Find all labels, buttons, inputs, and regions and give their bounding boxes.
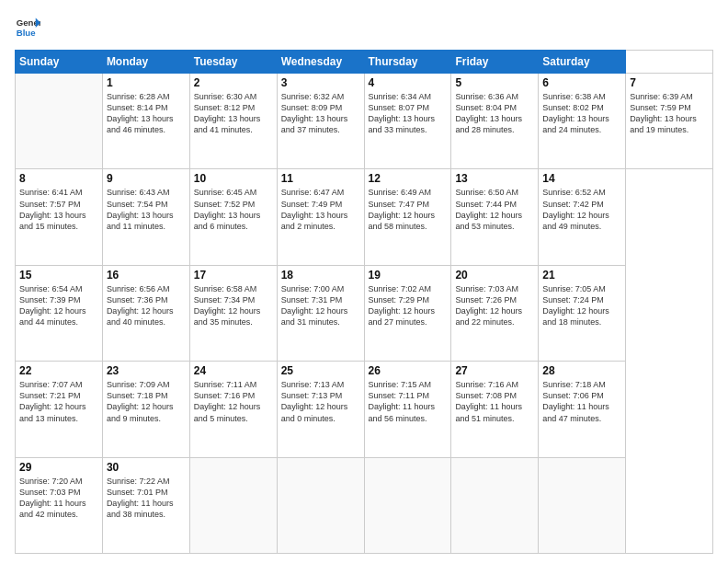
col-header-saturday: Saturday	[539, 51, 626, 74]
day-number: 28	[542, 364, 621, 377]
cell-info: Sunrise: 6:52 AMSunset: 7:42 PMDaylight:…	[542, 187, 621, 232]
empty-cell	[16, 74, 103, 169]
week-row-1: 8Sunrise: 6:41 AMSunset: 7:57 PMDaylight…	[16, 169, 713, 265]
week-row-2: 15Sunrise: 6:54 AMSunset: 7:39 PMDayligh…	[16, 265, 713, 361]
logo: General Blue	[15, 15, 40, 40]
cell-info: Sunrise: 6:45 AMSunset: 7:52 PMDaylight:…	[194, 187, 273, 232]
cell-info: Sunrise: 7:07 AMSunset: 7:21 PMDaylight:…	[19, 379, 98, 424]
week-row-3: 22Sunrise: 7:07 AMSunset: 7:21 PMDayligh…	[16, 362, 713, 457]
cell-info: Sunrise: 7:05 AMSunset: 7:24 PMDaylight:…	[542, 283, 621, 328]
day-number: 2	[194, 76, 273, 89]
cell-info: Sunrise: 7:13 AMSunset: 7:13 PMDaylight:…	[281, 379, 360, 424]
table-row: 19Sunrise: 7:02 AMSunset: 7:29 PMDayligh…	[364, 265, 451, 361]
day-number: 27	[455, 364, 534, 377]
table-row: 25Sunrise: 7:13 AMSunset: 7:13 PMDayligh…	[277, 362, 364, 457]
cell-info: Sunrise: 6:49 AMSunset: 7:47 PMDaylight:…	[369, 187, 448, 232]
cell-info: Sunrise: 6:32 AMSunset: 8:09 PMDaylight:…	[281, 91, 360, 136]
week-row-0: 1Sunrise: 6:28 AMSunset: 8:14 PMDaylight…	[16, 74, 713, 169]
day-number: 19	[369, 269, 448, 282]
cell-info: Sunrise: 6:30 AMSunset: 8:12 PMDaylight:…	[194, 91, 273, 136]
table-row: 21Sunrise: 7:05 AMSunset: 7:24 PMDayligh…	[539, 265, 626, 361]
col-header-thursday: Thursday	[364, 51, 451, 74]
table-row: 30Sunrise: 7:22 AMSunset: 7:01 PMDayligh…	[102, 457, 189, 553]
table-row	[277, 457, 364, 553]
table-row: 16Sunrise: 6:56 AMSunset: 7:36 PMDayligh…	[102, 265, 189, 361]
cell-info: Sunrise: 6:54 AMSunset: 7:39 PMDaylight:…	[19, 283, 98, 328]
day-number: 26	[369, 364, 448, 377]
day-number: 22	[19, 364, 98, 377]
col-header-friday: Friday	[451, 51, 539, 74]
day-number: 3	[281, 76, 360, 89]
day-number: 1	[107, 76, 186, 89]
table-row: 28Sunrise: 7:18 AMSunset: 7:06 PMDayligh…	[539, 362, 626, 457]
table-row: 26Sunrise: 7:15 AMSunset: 7:11 PMDayligh…	[364, 362, 451, 457]
cell-info: Sunrise: 7:09 AMSunset: 7:18 PMDaylight:…	[107, 379, 186, 424]
table-row: 12Sunrise: 6:49 AMSunset: 7:47 PMDayligh…	[364, 169, 451, 265]
table-row: 29Sunrise: 7:20 AMSunset: 7:03 PMDayligh…	[16, 457, 103, 553]
table-row	[451, 457, 539, 553]
table-row: 1Sunrise: 6:28 AMSunset: 8:14 PMDaylight…	[102, 74, 189, 169]
table-row: 8Sunrise: 6:41 AMSunset: 7:57 PMDaylight…	[16, 169, 103, 265]
cell-info: Sunrise: 6:38 AMSunset: 8:02 PMDaylight:…	[542, 91, 621, 136]
col-header-tuesday: Tuesday	[189, 51, 277, 74]
table-row: 4Sunrise: 6:34 AMSunset: 8:07 PMDaylight…	[364, 74, 451, 169]
day-number: 20	[455, 269, 534, 282]
day-number: 6	[542, 76, 621, 89]
cell-info: Sunrise: 7:00 AMSunset: 7:31 PMDaylight:…	[281, 283, 360, 328]
day-number: 4	[369, 76, 448, 89]
cell-info: Sunrise: 6:36 AMSunset: 8:04 PMDaylight:…	[455, 91, 534, 136]
day-number: 13	[455, 172, 534, 185]
svg-text:Blue: Blue	[17, 28, 36, 38]
cell-info: Sunrise: 6:50 AMSunset: 7:44 PMDaylight:…	[455, 187, 534, 232]
day-number: 8	[19, 172, 98, 185]
table-row: 5Sunrise: 6:36 AMSunset: 8:04 PMDaylight…	[451, 74, 539, 169]
day-number: 11	[281, 172, 360, 185]
day-number: 17	[194, 269, 273, 282]
cell-info: Sunrise: 6:41 AMSunset: 7:57 PMDaylight:…	[19, 187, 98, 232]
table-row: 9Sunrise: 6:43 AMSunset: 7:54 PMDaylight…	[102, 169, 189, 265]
day-number: 15	[19, 269, 98, 282]
day-number: 25	[281, 364, 360, 377]
cell-info: Sunrise: 7:15 AMSunset: 7:11 PMDaylight:…	[369, 379, 448, 424]
table-row: 17Sunrise: 6:58 AMSunset: 7:34 PMDayligh…	[189, 265, 277, 361]
table-row: 3Sunrise: 6:32 AMSunset: 8:09 PMDaylight…	[277, 74, 364, 169]
cell-info: Sunrise: 7:03 AMSunset: 7:26 PMDaylight:…	[455, 283, 534, 328]
table-row: 27Sunrise: 7:16 AMSunset: 7:08 PMDayligh…	[451, 362, 539, 457]
header: General Blue	[15, 15, 713, 40]
cell-info: Sunrise: 6:34 AMSunset: 8:07 PMDaylight:…	[369, 91, 448, 136]
table-row: 24Sunrise: 7:11 AMSunset: 7:16 PMDayligh…	[189, 362, 277, 457]
table-row: 11Sunrise: 6:47 AMSunset: 7:49 PMDayligh…	[277, 169, 364, 265]
table-row	[189, 457, 277, 553]
cell-info: Sunrise: 7:02 AMSunset: 7:29 PMDaylight:…	[369, 283, 448, 328]
day-number: 10	[194, 172, 273, 185]
calendar-table: SundayMondayTuesdayWednesdayThursdayFrid…	[15, 50, 713, 554]
cell-info: Sunrise: 6:58 AMSunset: 7:34 PMDaylight:…	[194, 283, 273, 328]
cell-info: Sunrise: 6:43 AMSunset: 7:54 PMDaylight:…	[107, 187, 186, 232]
table-row: 7Sunrise: 6:39 AMSunset: 7:59 PMDaylight…	[626, 74, 713, 169]
day-number: 12	[369, 172, 448, 185]
day-number: 9	[107, 172, 186, 185]
cell-info: Sunrise: 7:22 AMSunset: 7:01 PMDaylight:…	[107, 476, 186, 521]
day-number: 23	[107, 364, 186, 377]
cell-info: Sunrise: 7:20 AMSunset: 7:03 PMDaylight:…	[19, 476, 98, 521]
week-row-4: 29Sunrise: 7:20 AMSunset: 7:03 PMDayligh…	[16, 457, 713, 553]
cell-info: Sunrise: 6:47 AMSunset: 7:49 PMDaylight:…	[281, 187, 360, 232]
day-number: 18	[281, 269, 360, 282]
table-row	[539, 457, 626, 553]
col-header-monday: Monday	[102, 51, 189, 74]
table-row: 18Sunrise: 7:00 AMSunset: 7:31 PMDayligh…	[277, 265, 364, 361]
cell-info: Sunrise: 6:39 AMSunset: 7:59 PMDaylight:…	[630, 91, 709, 136]
table-row: 6Sunrise: 6:38 AMSunset: 8:02 PMDaylight…	[539, 74, 626, 169]
table-row: 22Sunrise: 7:07 AMSunset: 7:21 PMDayligh…	[16, 362, 103, 457]
table-row: 23Sunrise: 7:09 AMSunset: 7:18 PMDayligh…	[102, 362, 189, 457]
day-number: 30	[107, 461, 186, 474]
cell-info: Sunrise: 6:28 AMSunset: 8:14 PMDaylight:…	[107, 91, 186, 136]
table-row: 2Sunrise: 6:30 AMSunset: 8:12 PMDaylight…	[189, 74, 277, 169]
day-number: 7	[630, 76, 709, 89]
table-row	[364, 457, 451, 553]
day-number: 29	[19, 461, 98, 474]
table-row: 20Sunrise: 7:03 AMSunset: 7:26 PMDayligh…	[451, 265, 539, 361]
cell-info: Sunrise: 7:11 AMSunset: 7:16 PMDaylight:…	[194, 379, 273, 424]
day-number: 24	[194, 364, 273, 377]
cell-info: Sunrise: 7:18 AMSunset: 7:06 PMDaylight:…	[542, 379, 621, 424]
